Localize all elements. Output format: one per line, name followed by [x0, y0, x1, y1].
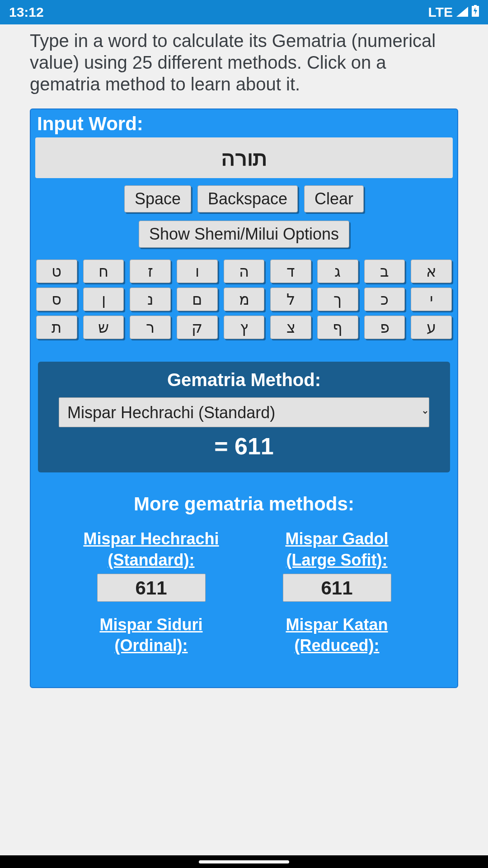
heb-key-י[interactable]: י — [411, 288, 452, 311]
method-label: Gematria Method: — [59, 370, 429, 390]
method-value: 611 — [283, 574, 391, 602]
calculator-panel: Input Word: Space Backspace Clear Show S… — [30, 108, 458, 688]
heb-key-נ[interactable]: נ — [130, 288, 171, 311]
app-content: Type in a word to calculate its Gematria… — [0, 24, 488, 855]
methods-grid: Mispar Hechrachi(Standard):611Mispar Gad… — [35, 528, 453, 669]
more-methods-label: More gematria methods: — [35, 493, 453, 515]
hebrew-keyboard: טחזוהדגבאסןנםמלךכיתשרקץצףפע — [35, 259, 453, 339]
method-link[interactable]: Mispar Siduri(Ordinal): — [65, 614, 237, 657]
heb-row: טחזוהדגבא — [36, 259, 452, 283]
heb-key-ל[interactable]: ל — [270, 288, 311, 311]
space-button[interactable]: Space — [124, 185, 191, 212]
heb-key-ו[interactable]: ו — [177, 259, 218, 283]
heb-key-ף[interactable]: ף — [317, 316, 358, 339]
input-word-field[interactable] — [35, 137, 453, 178]
heb-key-ם[interactable]: ם — [177, 288, 218, 311]
heb-key-מ[interactable]: מ — [224, 288, 265, 311]
heb-key-ה[interactable]: ה — [224, 259, 265, 283]
method-value: 611 — [97, 574, 206, 602]
heb-key-ז[interactable]: ז — [130, 259, 171, 283]
battery-charging-icon — [472, 5, 479, 20]
heb-row: סןנםמלךכי — [36, 288, 452, 311]
heb-key-ג[interactable]: ג — [317, 259, 358, 283]
nav-handle[interactable] — [199, 860, 289, 863]
signal-icon — [456, 5, 468, 20]
heb-key-ר[interactable]: ר — [130, 316, 171, 339]
clear-button[interactable]: Clear — [304, 185, 364, 212]
network-label: LTE — [428, 5, 453, 20]
heb-key-ב[interactable]: ב — [364, 259, 405, 283]
control-row-2: Show Shemi/Milui Options — [35, 221, 453, 248]
heb-key-ש[interactable]: ש — [83, 316, 124, 339]
heb-key-ת[interactable]: ת — [36, 316, 77, 339]
heb-key-ץ[interactable]: ץ — [224, 316, 265, 339]
android-status-bar: 13:12 LTE — [0, 0, 488, 24]
heb-key-ד[interactable]: ד — [270, 259, 311, 283]
shemi-options-button[interactable]: Show Shemi/Milui Options — [139, 221, 349, 248]
control-row-1: Space Backspace Clear — [35, 185, 453, 212]
method-item: Mispar Hechrachi(Standard):611 — [65, 528, 237, 602]
heb-key-ן[interactable]: ן — [83, 288, 124, 311]
input-label: Input Word: — [37, 113, 453, 135]
status-right: LTE — [428, 5, 479, 20]
intro-text: Type in a word to calculate its Gematria… — [30, 30, 458, 95]
result-value: = 611 — [59, 433, 429, 460]
method-item: Mispar Gadol(Large Sofit):611 — [251, 528, 423, 602]
method-select[interactable]: Mispar Hechrachi (Standard) — [59, 397, 429, 427]
heb-key-א[interactable]: א — [411, 259, 452, 283]
method-item: Mispar Katan(Reduced): — [251, 614, 423, 657]
backspace-button[interactable]: Backspace — [197, 185, 298, 212]
method-link[interactable]: Mispar Katan(Reduced): — [251, 614, 423, 657]
android-nav-bar — [0, 855, 488, 868]
method-link[interactable]: Mispar Hechrachi(Standard): — [65, 528, 237, 571]
heb-key-ע[interactable]: ע — [411, 316, 452, 339]
heb-key-ס[interactable]: ס — [36, 288, 77, 311]
method-item: Mispar Siduri(Ordinal): — [65, 614, 237, 657]
heb-key-צ[interactable]: צ — [270, 316, 311, 339]
page-inner: Type in a word to calculate its Gematria… — [12, 24, 476, 688]
heb-key-ח[interactable]: ח — [83, 259, 124, 283]
heb-key-כ[interactable]: כ — [364, 288, 405, 311]
heb-key-ך[interactable]: ך — [317, 288, 358, 311]
heb-key-פ[interactable]: פ — [364, 316, 405, 339]
method-panel: Gematria Method: Mispar Hechrachi (Stand… — [38, 362, 450, 472]
heb-key-ט[interactable]: ט — [36, 259, 77, 283]
method-link[interactable]: Mispar Gadol(Large Sofit): — [251, 528, 423, 571]
status-time: 13:12 — [9, 5, 44, 20]
heb-row: תשרקץצףפע — [36, 316, 452, 339]
heb-key-ק[interactable]: ק — [177, 316, 218, 339]
